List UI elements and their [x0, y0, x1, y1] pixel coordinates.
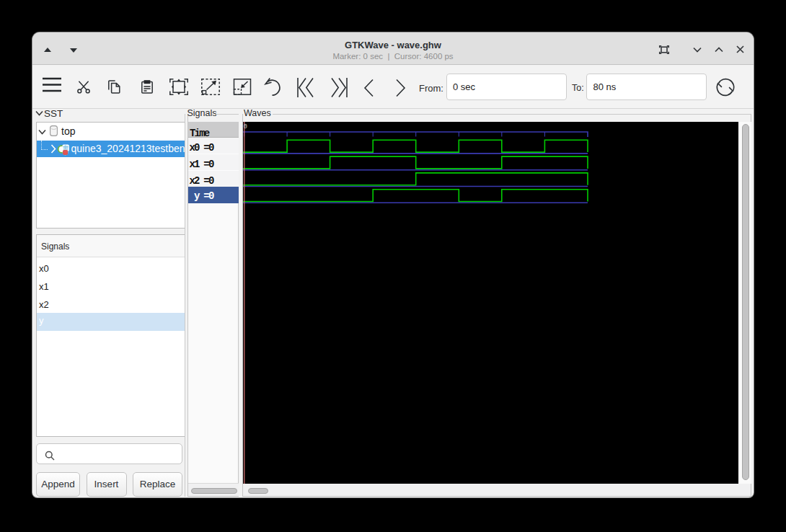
svg-text:0: 0	[244, 123, 247, 130]
